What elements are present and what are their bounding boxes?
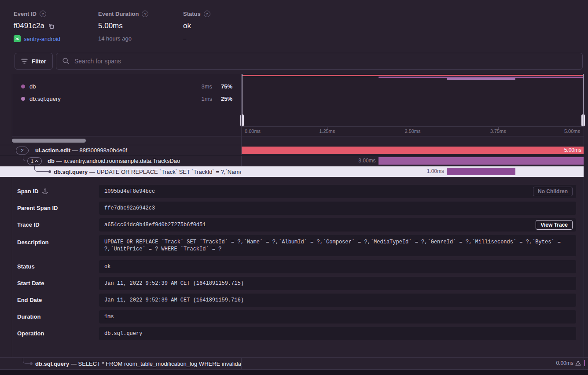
detail-label: End Date xyxy=(17,297,42,303)
axis-tick: 1.25ms xyxy=(319,129,335,134)
span-op: db.sql.query xyxy=(54,169,88,175)
span-op: db xyxy=(48,158,55,164)
project-link[interactable]: sentry-android xyxy=(24,36,60,42)
event-duration-block: Event Duration ? 5.00ms 14 hours ago xyxy=(98,11,148,42)
legend-percent: 75% xyxy=(221,83,232,90)
page-bottom-gutter xyxy=(0,370,588,375)
legend-item-db[interactable]: db 3ms 75% xyxy=(12,80,241,92)
help-icon[interactable]: ? xyxy=(204,11,210,17)
span-row-db-sql-query-selected[interactable]: db.sql.query — UPDATE OR REPLACE `Track`… xyxy=(0,166,584,177)
scrollbar-thumb[interactable] xyxy=(12,139,86,143)
ops-breakdown-panel: db 3ms 75% db.sql.query 1ms 25% xyxy=(12,74,241,136)
event-duration-label: Event Duration xyxy=(98,11,139,17)
status-detail-value: ok xyxy=(99,260,576,273)
span-bar-db-sql-query[interactable] xyxy=(447,168,515,175)
anchor-icon[interactable] xyxy=(42,188,48,195)
span-detail-view: Event ID ? f0491c2a xyxy=(0,0,588,375)
separator: — xyxy=(89,169,95,175)
copy-icon[interactable] xyxy=(48,23,55,29)
span-row-ui-action-edit[interactable]: 2 ui.action.edit — 88f300998a0b4e6f 5.00… xyxy=(0,145,584,156)
tree-connector xyxy=(34,166,48,172)
filter-icon xyxy=(21,59,28,64)
legend-dot xyxy=(21,97,25,101)
help-icon[interactable]: ? xyxy=(40,11,46,17)
status-sub: – xyxy=(183,35,186,42)
detail-label: Operation xyxy=(17,330,44,337)
span-details-panel: Span ID 1095bd4ef8e94bcc No Children Par… xyxy=(12,177,584,357)
axis-tick: 0.00ms xyxy=(245,129,261,134)
span-duration: 1.00ms xyxy=(427,168,444,174)
minimap-span-db xyxy=(379,77,584,78)
description-value: UPDATE OR REPLACE `Track` SET `TrackId` … xyxy=(99,235,576,256)
operation-value: db.sql.query xyxy=(99,327,576,340)
axis-tick: 5.00ms xyxy=(564,129,580,134)
span-op: db.sql.query xyxy=(35,360,69,367)
event-time-ago: 14 hours ago xyxy=(98,35,132,42)
minimap-left-drag-handle[interactable] xyxy=(242,74,243,126)
span-desc: UPDATE OR REPLACE `Track` SET `TrackId` … xyxy=(97,169,241,175)
status-value: ok xyxy=(183,22,191,30)
axis-tick: 2.50ms xyxy=(404,129,420,134)
time-axis: 0.00ms 1.25ms 2.50ms 3.75ms 5.00ms xyxy=(242,126,584,136)
event-id-value: f0491c2a xyxy=(14,22,44,30)
status-label: Status xyxy=(183,11,201,17)
legend-op-name: db.sql.query xyxy=(29,96,61,102)
detail-label: Span ID xyxy=(17,188,38,195)
detail-label: Start Date xyxy=(17,280,44,287)
legend-duration: 1ms xyxy=(201,96,212,102)
detail-label: Status xyxy=(17,263,35,270)
event-duration-value: 5.00ms xyxy=(98,22,123,30)
collapse-badge[interactable]: 1 xyxy=(27,157,42,165)
span-row-db-sql-query-select[interactable]: db.sql.query — SELECT * FROM room_table_… xyxy=(0,358,584,369)
detail-label: Trace ID xyxy=(17,221,40,228)
view-trace-button[interactable]: View Trace xyxy=(536,220,573,230)
duration-value: 1ms xyxy=(99,310,576,324)
span-op: ui.action.edit xyxy=(35,147,70,154)
status-block: Status ? ok – xyxy=(183,11,210,42)
span-duration: 5.00ms xyxy=(564,147,581,154)
detail-label: Duration xyxy=(17,313,40,320)
span-duration-with-warning: 0.00ms xyxy=(556,360,581,366)
children-count-badge[interactable]: 2 xyxy=(16,147,29,154)
filter-button-label: Filter xyxy=(32,58,46,65)
detail-label: Description xyxy=(17,239,49,246)
separator: — xyxy=(56,158,62,164)
parent-span-id-value: ffe7dbc92a6942c3 xyxy=(99,202,576,215)
search-icon xyxy=(62,57,70,65)
trace-id-value: a654cc61dc0b48ef9d0b27275b6f0d51 View Tr… xyxy=(99,218,576,232)
start-date-value: Jan 11, 2022 9:52:39 AM CET (1641891159.… xyxy=(99,277,576,290)
detail-label: Parent Span ID xyxy=(17,205,58,211)
tree-connector xyxy=(23,358,30,364)
legend-duration: 3ms xyxy=(201,83,212,90)
legend-item-db-sql-query[interactable]: db.sql.query 1ms 25% xyxy=(12,92,241,105)
axis-tick: 3.75ms xyxy=(490,129,506,134)
warning-icon xyxy=(575,360,581,366)
minimap-span-db-sql-query xyxy=(447,78,515,80)
android-platform-icon xyxy=(14,35,21,42)
trace-minimap[interactable] xyxy=(242,74,584,126)
tree-horizontal-scrollbar[interactable] xyxy=(0,136,241,145)
span-bar-db[interactable] xyxy=(379,157,584,165)
leaf-dot xyxy=(30,362,33,365)
event-id-label: Event ID xyxy=(14,11,37,17)
span-row-db[interactable]: 1 db — io.sentry.android.roomsample.data… xyxy=(0,156,584,166)
event-id-block: Event ID ? f0491c2a xyxy=(14,11,60,42)
end-date-value: Jan 11, 2022 9:52:39 AM CET (1641891159.… xyxy=(99,294,576,307)
minimap-span-ui-action-edit xyxy=(242,75,584,76)
span-search xyxy=(56,53,583,70)
span-desc: 88f300998a0b4e6f xyxy=(79,147,127,154)
leaf-dot xyxy=(48,170,51,173)
span-duration: 3.00ms xyxy=(358,158,375,164)
help-icon[interactable]: ? xyxy=(142,11,148,17)
span-bar-ui-action-edit[interactable]: 5.00ms xyxy=(242,147,584,154)
filter-button[interactable]: Filter xyxy=(15,53,53,70)
span-desc: io.sentry.android.roomsample.data.Tracks… xyxy=(63,158,180,164)
legend-percent: 25% xyxy=(221,96,232,102)
search-input[interactable] xyxy=(56,53,583,70)
span-id-value: 1095bd4ef8e94bcc No Children xyxy=(99,185,576,198)
legend-op-name: db xyxy=(29,83,36,90)
separator: — xyxy=(71,360,77,367)
tree-connector xyxy=(23,156,27,161)
separator: — xyxy=(72,147,78,154)
span-desc: SELECT * FROM room_table_modification_lo… xyxy=(78,360,241,367)
